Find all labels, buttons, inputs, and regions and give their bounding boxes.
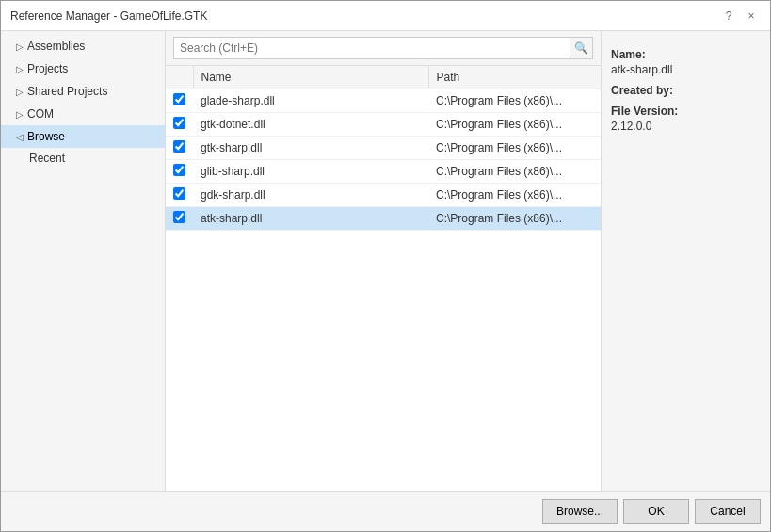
sidebar-item-com[interactable]: ▷ COM xyxy=(1,103,165,125)
sidebar: ▷ Assemblies▷ Projects▷ Shared Projects▷… xyxy=(1,31,166,491)
name-label: Name: xyxy=(611,48,761,61)
detail-panel: Name: atk-sharp.dll Created by: File Ver… xyxy=(601,31,770,491)
row-name: atk-sharp.dll xyxy=(193,207,428,231)
table-row[interactable]: glade-sharp.dllC:\Program Files (x86)\..… xyxy=(166,89,601,113)
title-bar: Reference Manager - GameOfLife.GTK ? × xyxy=(1,1,770,31)
sidebar-item-shared-projects[interactable]: ▷ Shared Projects xyxy=(1,80,165,103)
bottom-bar: Browse... OK Cancel xyxy=(1,491,770,531)
sidebar-label-assemblies: Assemblies xyxy=(27,40,85,53)
cancel-button[interactable]: Cancel xyxy=(695,499,761,524)
search-input[interactable] xyxy=(173,37,570,59)
row-checkbox[interactable] xyxy=(173,164,185,176)
table-row[interactable]: glib-sharp.dllC:\Program Files (x86)\... xyxy=(166,160,601,184)
row-path: C:\Program Files (x86)\... xyxy=(428,184,601,207)
header-path: Path xyxy=(428,66,601,89)
row-name: gdk-sharp.dll xyxy=(193,184,428,207)
row-path: C:\Program Files (x86)\... xyxy=(428,137,601,160)
row-checkbox[interactable] xyxy=(173,187,185,200)
sidebar-item-recent[interactable]: Recent xyxy=(1,148,165,169)
ok-button[interactable]: OK xyxy=(623,499,689,524)
header-name: Name xyxy=(193,66,428,89)
row-checkbox[interactable] xyxy=(173,93,185,105)
search-icon-button[interactable]: 🔍 xyxy=(570,37,593,59)
checkbox-cell xyxy=(166,207,193,231)
table-row[interactable]: gtk-dotnet.dllC:\Program Files (x86)\... xyxy=(166,113,601,137)
table-header-row: Name Path xyxy=(166,66,601,89)
sidebar-label-browse: Browse xyxy=(27,130,65,143)
checkbox-cell xyxy=(166,89,193,113)
row-name: glib-sharp.dll xyxy=(193,160,428,184)
table-row[interactable]: atk-sharp.dllC:\Program Files (x86)\... xyxy=(166,207,601,231)
created-by-label: Created by: xyxy=(611,84,761,97)
sidebar-item-assemblies[interactable]: ▷ Assemblies xyxy=(1,35,165,57)
help-button[interactable]: ? xyxy=(719,7,738,25)
sidebar-arrow-browse: ◁ xyxy=(16,132,24,142)
row-name: glade-sharp.dll xyxy=(193,89,428,113)
sidebar-arrow-shared-projects: ▷ xyxy=(16,87,24,97)
checkbox-cell xyxy=(166,160,193,184)
dialog-title: Reference Manager - GameOfLife.GTK xyxy=(10,9,207,23)
row-path: C:\Program Files (x86)\... xyxy=(428,113,601,137)
main-content: ▷ Assemblies▷ Projects▷ Shared Projects▷… xyxy=(1,31,770,491)
sidebar-label-projects: Projects xyxy=(27,62,68,75)
row-name: gtk-sharp.dll xyxy=(193,137,428,160)
header-checkbox-col xyxy=(166,66,193,89)
name-value: atk-sharp.dll xyxy=(611,63,761,76)
row-name: gtk-dotnet.dll xyxy=(193,113,428,137)
checkbox-cell xyxy=(166,137,193,160)
row-checkbox[interactable] xyxy=(173,140,185,153)
sidebar-arrow-projects: ▷ xyxy=(16,64,24,74)
table-container: Name Path glade-sharp.dllC:\Program File… xyxy=(166,66,601,491)
row-path: C:\Program Files (x86)\... xyxy=(428,207,601,231)
row-checkbox[interactable] xyxy=(173,117,185,129)
row-checkbox[interactable] xyxy=(173,211,185,223)
checkbox-cell xyxy=(166,113,193,137)
sidebar-item-browse[interactable]: ◁ Browse xyxy=(1,125,165,148)
sidebar-arrow-com: ▷ xyxy=(16,109,24,120)
sidebar-item-projects[interactable]: ▷ Projects xyxy=(1,57,165,80)
close-button[interactable]: × xyxy=(742,7,761,25)
table-row[interactable]: gdk-sharp.dllC:\Program Files (x86)\... xyxy=(166,184,601,207)
title-controls: ? × xyxy=(719,7,761,25)
file-version-value: 2.12.0.0 xyxy=(611,120,761,133)
sidebar-label-com: COM xyxy=(27,107,54,121)
row-path: C:\Program Files (x86)\... xyxy=(428,89,601,113)
checkbox-cell xyxy=(166,184,193,207)
search-bar: 🔍 xyxy=(166,31,601,66)
sidebar-label-shared-projects: Shared Projects xyxy=(27,85,107,98)
table-body: glade-sharp.dllC:\Program Files (x86)\..… xyxy=(166,89,601,231)
references-table: Name Path glade-sharp.dllC:\Program File… xyxy=(166,66,601,231)
file-version-label: File Version: xyxy=(611,105,761,118)
main-area: 🔍 Name Path glade-sharp.dllC:\Program Fi… xyxy=(166,31,601,491)
sidebar-arrow-assemblies: ▷ xyxy=(16,41,24,52)
table-row[interactable]: gtk-sharp.dllC:\Program Files (x86)\... xyxy=(166,137,601,160)
row-path: C:\Program Files (x86)\... xyxy=(428,160,601,184)
reference-manager-dialog: Reference Manager - GameOfLife.GTK ? × ▷… xyxy=(0,0,771,532)
browse-button[interactable]: Browse... xyxy=(542,499,618,524)
